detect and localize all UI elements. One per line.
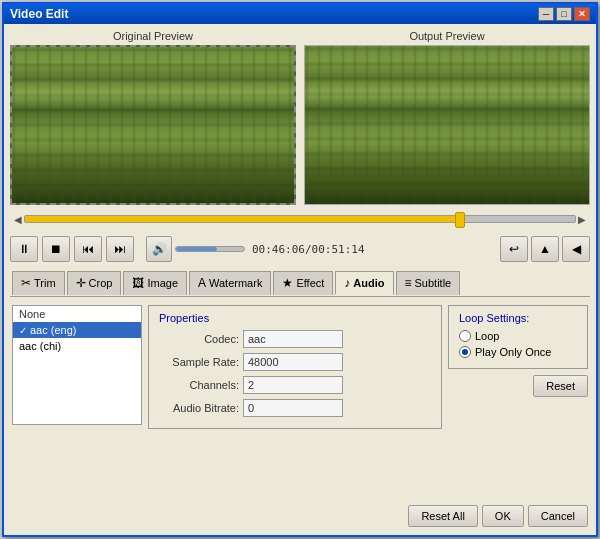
audio-item-none[interactable]: None (13, 306, 141, 322)
props-and-loop: Properties Codec: Sample Rate: Channels: (148, 305, 588, 429)
next-icon: ⏭ (114, 242, 126, 256)
bitrate-label: Audio Bitrate: (159, 402, 239, 414)
volume-icon: 🔊 (152, 242, 167, 256)
subtitle-icon: ≡ (405, 276, 412, 290)
audio-item-aac-chi[interactable]: aac (chi) (13, 338, 141, 354)
tab-effect[interactable]: ★ Effect (273, 271, 333, 295)
prop-row-codec: Codec: (159, 330, 431, 348)
close-button[interactable]: ✕ (574, 7, 590, 21)
stop-button[interactable]: ⏹ (42, 236, 70, 262)
pause-button[interactable]: ⏸ (10, 236, 38, 262)
pause-icon: ⏸ (18, 242, 30, 256)
tab-crop[interactable]: ✛ Crop (67, 271, 122, 295)
original-preview-panel: Original Preview (10, 30, 296, 205)
volume-slider[interactable] (175, 246, 245, 252)
tab-trim[interactable]: ✂ Trim (12, 271, 65, 295)
up-button[interactable]: ▲ (531, 236, 559, 262)
image-icon: 🖼 (132, 276, 144, 290)
tab-effect-label: Effect (296, 277, 324, 289)
original-preview-label: Original Preview (113, 30, 193, 42)
timeline-track[interactable] (24, 215, 576, 223)
time-display: 00:46:06/00:51:14 (252, 243, 365, 256)
effect-icon: ★ (282, 276, 293, 290)
samplerate-input[interactable] (243, 353, 343, 371)
channels-input[interactable] (243, 376, 343, 394)
tab-watermark-label: Watermark (209, 277, 262, 289)
timeline-bar[interactable]: ◀ ▶ (10, 209, 590, 229)
crop-icon: ✛ (76, 276, 86, 290)
prop-row-channels: Channels: (159, 376, 431, 394)
reset-section: Reset (533, 375, 588, 397)
samplerate-label: Sample Rate: (159, 356, 239, 368)
next-button[interactable]: ⏭ (106, 236, 134, 262)
output-video (304, 45, 590, 205)
prop-row-samplerate: Sample Rate: (159, 353, 431, 371)
tab-image[interactable]: 🖼 Image (123, 271, 187, 295)
tab-trim-label: Trim (34, 277, 56, 289)
tab-image-label: Image (147, 277, 178, 289)
codec-label: Codec: (159, 333, 239, 345)
original-video (10, 45, 296, 205)
minimize-button[interactable]: ─ (538, 7, 554, 21)
play-only-once-radio[interactable] (459, 346, 471, 358)
none-label: None (19, 308, 45, 320)
tab-audio[interactable]: ♪ Audio (335, 271, 393, 295)
content-area: Original Preview Output Preview ◀ ▶ (4, 24, 596, 535)
audio-list[interactable]: None ✓ aac (eng) aac (chi) (12, 305, 142, 425)
timeline-progress (25, 216, 465, 222)
title-bar: Video Edit ─ □ ✕ (4, 4, 596, 24)
output-preview-label: Output Preview (409, 30, 484, 42)
tab-watermark[interactable]: A Watermark (189, 271, 271, 295)
tab-subtitle[interactable]: ≡ Subtitle (396, 271, 461, 295)
aac-chi-label: aac (chi) (19, 340, 61, 352)
audio-icon: ♪ (344, 276, 350, 290)
bottom-buttons-right: Reset All OK Cancel (408, 505, 588, 527)
output-preview-panel: Output Preview (304, 30, 590, 205)
title-bar-buttons: ─ □ ✕ (538, 7, 590, 21)
preview-row: Original Preview Output Preview (10, 30, 590, 205)
output-video-frame (305, 46, 589, 204)
play-only-once-label: Play Only Once (475, 346, 551, 358)
audio-item-aac-eng[interactable]: ✓ aac (eng) (13, 322, 141, 338)
timeline-thumb[interactable] (455, 212, 465, 228)
tabs-row: ✂ Trim ✛ Crop 🖼 Image A Watermark ★ Effe… (10, 269, 590, 297)
tab-subtitle-label: Subtitle (415, 277, 452, 289)
timeline-left-arrow[interactable]: ◀ (12, 211, 24, 227)
tab-crop-label: Crop (89, 277, 113, 289)
prop-row-bitrate: Audio Bitrate: (159, 399, 431, 417)
stop-icon: ⏹ (50, 242, 62, 256)
reset-button[interactable]: Reset (533, 375, 588, 397)
reset-all-button[interactable]: Reset All (408, 505, 477, 527)
tab-audio-label: Audio (353, 277, 384, 289)
bitrate-input[interactable] (243, 399, 343, 417)
check-icon: ✓ (19, 325, 27, 336)
maximize-button[interactable]: □ (556, 7, 572, 21)
rewind-button[interactable]: ↩ (500, 236, 528, 262)
prev-icon: ⏮ (82, 242, 94, 256)
volume-fill (176, 247, 217, 251)
channels-label: Channels: (159, 379, 239, 391)
bottom-row: Reset All OK Cancel (10, 501, 590, 529)
video-edit-window: Video Edit ─ □ ✕ Original Preview Output… (2, 2, 598, 537)
left-panel: None ✓ aac (eng) aac (chi) (12, 305, 142, 493)
aac-eng-label: aac (eng) (30, 324, 76, 336)
cancel-button[interactable]: Cancel (528, 505, 588, 527)
right-panel: Properties Codec: Sample Rate: Channels: (148, 305, 588, 493)
properties-box: Properties Codec: Sample Rate: Channels: (148, 305, 442, 429)
watermark-icon: A (198, 276, 206, 290)
loop-radio[interactable] (459, 330, 471, 342)
volume-button[interactable]: 🔊 (146, 236, 172, 262)
prev-button[interactable]: ⏮ (74, 236, 102, 262)
prev-frame-button[interactable]: ◀ (562, 236, 590, 262)
codec-input[interactable] (243, 330, 343, 348)
main-content: None ✓ aac (eng) aac (chi) Properties (10, 301, 590, 497)
trim-icon: ✂ (21, 276, 31, 290)
loop-radio-row[interactable]: Loop (459, 330, 577, 342)
loop-settings-title: Loop Settings: (459, 312, 577, 324)
play-only-once-radio-row[interactable]: Play Only Once (459, 346, 577, 358)
ok-button[interactable]: OK (482, 505, 524, 527)
original-video-frame (12, 47, 294, 203)
controls-row: ⏸ ⏹ ⏮ ⏭ 🔊 00:46:06/00:51:14 ↩ (10, 233, 590, 265)
timeline-right-arrow[interactable]: ▶ (576, 211, 588, 227)
loop-label: Loop (475, 330, 499, 342)
